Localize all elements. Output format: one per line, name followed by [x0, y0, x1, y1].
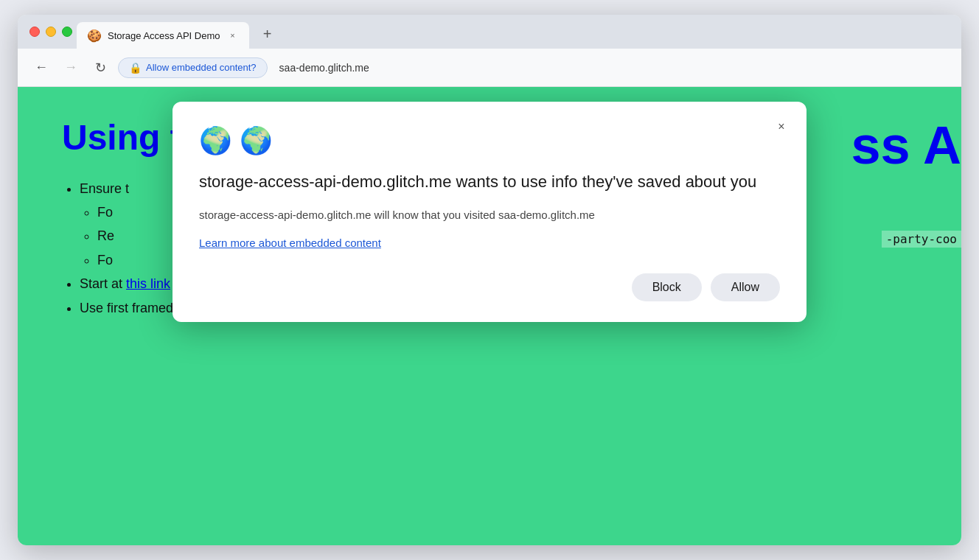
globe-icon-1: 🌍: [199, 125, 232, 156]
refresh-button[interactable]: ↻: [88, 56, 112, 80]
dialog-actions: Block Allow: [199, 273, 780, 301]
allow-button[interactable]: Allow: [711, 273, 780, 301]
tab-close-button[interactable]: ×: [226, 29, 239, 42]
shield-icon: 🔒: [129, 62, 142, 74]
forward-button[interactable]: →: [59, 56, 83, 80]
learn-more-link[interactable]: Learn more about embedded content: [199, 237, 381, 249]
active-tab[interactable]: 🍪 Storage Access API Demo ×: [77, 22, 249, 49]
permission-chip-label: Allow embedded content?: [146, 62, 257, 73]
page-content: Using this Ensure t Fo Re Fo Start at th…: [18, 87, 961, 545]
back-button[interactable]: ←: [29, 56, 53, 80]
browser-window: 🍪 Storage Access API Demo × + ← → ↻ 🔒 Al…: [18, 15, 961, 545]
tab-title: Storage Access API Demo: [108, 30, 220, 41]
dialog-close-button[interactable]: ×: [771, 116, 792, 137]
address-bar[interactable]: 🔒 Allow embedded content? saa-demo.glitc…: [118, 57, 950, 78]
dialog-body: storage-access-api-demo.glitch.me will k…: [199, 207, 780, 224]
permission-chip[interactable]: 🔒 Allow embedded content?: [118, 57, 268, 78]
new-tab-button[interactable]: +: [255, 22, 279, 46]
dialog-overlay: × 🌍 🌍 storage-access-api-demo.glitch.me …: [18, 87, 961, 545]
address-text: saa-demo.glitch.me: [268, 62, 381, 74]
dialog-icons: 🌍 🌍: [199, 125, 780, 156]
minimize-traffic-light[interactable]: [46, 27, 56, 37]
toolbar: ← → ↻ 🔒 Allow embedded content? saa-demo…: [18, 49, 961, 87]
tab-bar: 🍪 Storage Access API Demo × +: [18, 15, 961, 49]
maximize-traffic-light[interactable]: [62, 27, 72, 37]
globe-icon-2: 🌍: [240, 125, 273, 156]
block-button[interactable]: Block: [632, 273, 702, 301]
tab-favicon: 🍪: [87, 29, 102, 43]
close-traffic-light[interactable]: [29, 27, 40, 37]
dialog-title: storage-access-api-demo.glitch.me wants …: [199, 171, 780, 194]
permission-dialog: × 🌍 🌍 storage-access-api-demo.glitch.me …: [173, 102, 806, 322]
traffic-lights: [29, 27, 72, 37]
